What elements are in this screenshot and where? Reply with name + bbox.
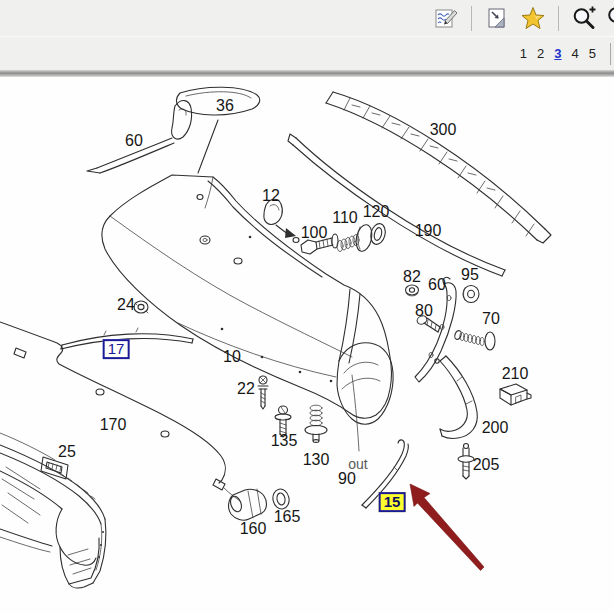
diagram-canvas: 3660300121101201001908260958070241710221… bbox=[0, 77, 614, 614]
page-link-5[interactable]: 5 bbox=[589, 46, 596, 61]
part-label-165[interactable]: 165 bbox=[274, 509, 301, 526]
part-label-10[interactable]: 10 bbox=[223, 349, 241, 366]
pagination-separator bbox=[610, 43, 611, 65]
part-label-205[interactable]: 205 bbox=[473, 457, 500, 474]
part-label-12[interactable]: 12 bbox=[262, 188, 280, 205]
part-label-100[interactable]: 100 bbox=[301, 225, 328, 242]
part-label-15[interactable]: 15 bbox=[379, 492, 406, 512]
part-label-170[interactable]: 170 bbox=[100, 417, 127, 434]
part-label-110[interactable]: 110 bbox=[332, 210, 358, 227]
page-link-4[interactable]: 4 bbox=[572, 46, 579, 61]
zoom-in-icon[interactable] bbox=[570, 4, 598, 32]
part-label-36[interactable]: 36 bbox=[216, 98, 234, 115]
part-label-60-upper[interactable]: 60 bbox=[125, 133, 143, 150]
part-label-120[interactable]: 120 bbox=[363, 204, 390, 221]
part-label-160[interactable]: 160 bbox=[240, 521, 267, 538]
part-label-130[interactable]: 130 bbox=[303, 452, 330, 469]
part-label-25[interactable]: 25 bbox=[58, 444, 76, 461]
label-layer: 3660300121101201001908260958070241710221… bbox=[0, 77, 614, 614]
part-label-82[interactable]: 82 bbox=[403, 269, 421, 286]
favorites-star-icon[interactable] bbox=[519, 4, 547, 32]
part-label-210[interactable]: 210 bbox=[502, 366, 529, 383]
part-label-17[interactable]: 17 bbox=[103, 339, 130, 359]
part-label-300[interactable]: 300 bbox=[430, 122, 457, 139]
toolbar bbox=[0, 0, 614, 37]
part-label-70[interactable]: 70 bbox=[482, 311, 500, 328]
part-label-22[interactable]: 22 bbox=[237, 381, 255, 398]
toolbar-divider bbox=[0, 70, 614, 77]
toolbar-separator bbox=[558, 6, 559, 31]
part-label-95[interactable]: 95 bbox=[461, 267, 479, 284]
part-label-90[interactable]: 90 bbox=[338, 471, 356, 488]
part-label-60-right[interactable]: 60 bbox=[428, 277, 446, 294]
page-link-1[interactable]: 1 bbox=[520, 46, 527, 61]
annotate-note-icon[interactable] bbox=[432, 4, 460, 32]
epc-parts-viewer: { "toolbar": { "icons": [ {"name": "anno… bbox=[0, 0, 614, 614]
pagination: 12345 bbox=[0, 37, 614, 70]
zoom-partial-icon[interactable] bbox=[604, 4, 614, 32]
part-label-200[interactable]: 200 bbox=[482, 420, 509, 437]
part-label-135[interactable]: 135 bbox=[271, 433, 298, 450]
part-label-190[interactable]: 190 bbox=[415, 223, 442, 240]
page-link-3[interactable]: 3 bbox=[554, 46, 561, 61]
page-link-2[interactable]: 2 bbox=[537, 46, 544, 61]
toolbar-separator bbox=[471, 6, 472, 31]
page-preview-icon[interactable] bbox=[483, 4, 511, 32]
part-label-24[interactable]: 24 bbox=[117, 297, 135, 314]
part-label-80[interactable]: 80 bbox=[415, 303, 433, 320]
